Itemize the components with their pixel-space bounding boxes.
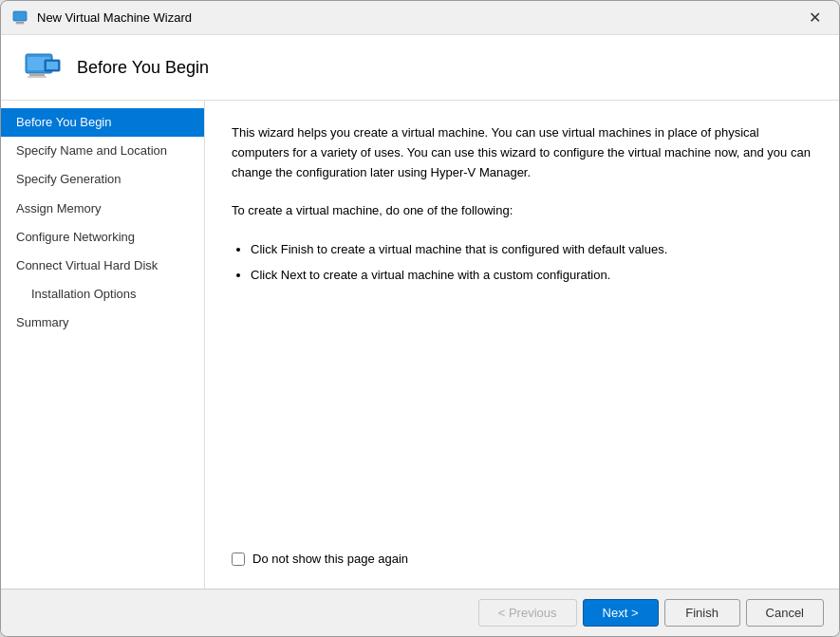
sidebar-item-before-you-begin[interactable]: Before You Begin [1, 108, 204, 137]
sidebar-item-installation-options[interactable]: Installation Options [1, 280, 204, 309]
svg-rect-4 [29, 73, 45, 76]
sidebar-item-connect-vhd[interactable]: Connect Virtual Hard Disk [1, 252, 204, 280]
bullet-list: Click Finish to create a virtual machine… [232, 240, 812, 291]
do-not-show-checkbox[interactable] [232, 553, 245, 566]
content-area: Before You Begin Specify Name and Locati… [1, 101, 839, 589]
svg-rect-2 [15, 23, 25, 24]
previous-button[interactable]: < Previous [478, 599, 577, 627]
header-icon [24, 52, 62, 83]
main-panel: This wizard helps you create a virtual m… [205, 101, 839, 589]
checkbox-area: Do not show this page again [232, 536, 812, 566]
sidebar-item-summary[interactable]: Summary [1, 309, 204, 337]
sidebar: Before You Begin Specify Name and Locati… [1, 101, 205, 589]
svg-rect-5 [28, 76, 47, 78]
page-title: Before You Begin [77, 58, 209, 78]
sidebar-item-specify-generation[interactable]: Specify Generation [1, 165, 204, 194]
sidebar-item-specify-name[interactable]: Specify Name and Location [1, 137, 204, 165]
close-button[interactable]: ✕ [801, 5, 828, 31]
finish-button[interactable]: Finish [664, 599, 740, 627]
bullet-item-2: Click Next to create a virtual machine w… [251, 266, 812, 286]
description-paragraph1: This wizard helps you create a virtual m… [232, 123, 812, 182]
wizard-window: New Virtual Machine Wizard ✕ Before You … [0, 0, 840, 637]
cancel-button[interactable]: Cancel [746, 599, 824, 627]
bullet-item-1: Click Finish to create a virtual machine… [251, 240, 812, 260]
window-title: New Virtual Machine Wizard [37, 10, 801, 25]
next-button[interactable]: Next > [583, 599, 659, 627]
svg-rect-0 [13, 11, 27, 21]
wizard-header: Before You Begin [1, 35, 839, 101]
description-paragraph2: To create a virtual machine, do one of t… [232, 201, 812, 221]
sidebar-item-configure-networking[interactable]: Configure Networking [1, 223, 204, 252]
window-icon [12, 9, 29, 27]
svg-rect-8 [47, 62, 58, 69]
do-not-show-label[interactable]: Do not show this page again [252, 552, 408, 566]
footer: < Previous Next > Finish Cancel [1, 589, 839, 636]
sidebar-item-assign-memory[interactable]: Assign Memory [1, 195, 204, 223]
title-bar: New Virtual Machine Wizard ✕ [1, 1, 839, 35]
